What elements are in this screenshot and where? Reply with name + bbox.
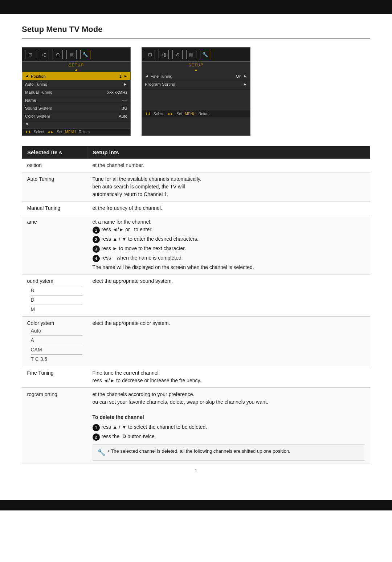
left-row-manualtuning-label: Manual Tuning — [25, 90, 107, 94]
delete-circle-2: 2 — [93, 433, 100, 441]
right-icon-image[interactable]: ⊡ — [145, 50, 155, 59]
name-step3-text: ress ► to move to the next character. — [102, 245, 186, 252]
left-row-colorsystem-label: Color System — [25, 114, 119, 118]
table-row-autotuning: Auto Tuning Tune for all the available c… — [22, 172, 370, 201]
delete-note: 🔧 • The selected channel is deleted, all… — [93, 444, 365, 461]
table-row-programsorting: rogram orting et the channels according … — [22, 388, 370, 464]
soundsystem-options: B D M — [31, 286, 82, 313]
right-bottom-set: Set — [177, 112, 182, 116]
right-bottom-updown: ⬆⬇ — [145, 112, 151, 116]
right-icon-clock[interactable]: ⊙ — [172, 50, 183, 59]
left-icon-clock[interactable]: ⊙ — [53, 50, 63, 59]
left-setup-arrow: ▲ — [22, 68, 130, 72]
item-name: ame — [22, 215, 87, 274]
desc-autotuning: Tune for all the available channels auto… — [87, 172, 370, 201]
left-row-autotuning[interactable]: Auto Tuning ► — [22, 80, 130, 88]
step-circle-3: 3 — [93, 245, 100, 253]
name-step2: 2 ress ▲ / ▼ to enter the desired charac… — [93, 235, 365, 243]
left-row-autotuning-label: Auto Tuning — [25, 82, 123, 86]
step-circle-2: 2 — [93, 236, 100, 243]
left-row-soundsystem-value: BG — [121, 106, 127, 110]
desc-colorsystem: elect the appropriate color system. — [87, 317, 370, 366]
delete-step1-text: ress ▲ / ▼ to select the channel to be d… — [102, 423, 207, 431]
right-row-programsorting[interactable]: Program Sorting ► — [142, 80, 250, 88]
right-arrow-position: ► — [124, 74, 127, 78]
right-bottom-menu: MENU — [185, 112, 196, 116]
left-row-manualtuning[interactable]: Manual Tuning xxx.xxMHz — [22, 88, 130, 96]
page-number: 1 — [22, 464, 370, 475]
desc-finetuning: Fine tune the current channel. ress ◄/► … — [87, 366, 370, 388]
left-menu-icons-row: ⊡ ◁) ⊙ ▤ 🔧 — [22, 48, 130, 62]
right-icon-text[interactable]: ▤ — [186, 50, 196, 59]
right-finetuning-left-arrow: ◄ — [145, 74, 148, 78]
item-colorsystem: Color ystem Auto A CAM T C 3.5 — [22, 317, 87, 366]
left-bottom-select: Select — [34, 130, 44, 134]
left-icon-text[interactable]: ▤ — [66, 50, 77, 59]
colorsystem-options: Auto A CAM T C 3.5 — [31, 327, 82, 363]
right-setup-arrow: ▲ — [142, 68, 250, 72]
right-finetuning-right-arrow: ► — [244, 74, 247, 78]
table-row-position: osition et the channel number. — [22, 159, 370, 172]
name-step4: 4 ress when the name is completed. — [93, 254, 365, 262]
desc-name: et a name for the channel. 1 ress ◄/► or… — [87, 215, 370, 274]
page-content: Setup Menu TV Mode ⊡ ◁) ⊙ ▤ 🔧 SETUP ▲ ◄ … — [0, 14, 392, 489]
left-icon-sound[interactable]: ◁) — [39, 50, 49, 59]
desc-soundsystem: elect the appropriate sound system. — [87, 274, 370, 317]
page-title: Setup Menu TV Mode — [22, 25, 370, 38]
col1-header: Selected Ite s — [22, 146, 87, 159]
left-row-down-arrow: ▼ — [25, 122, 127, 126]
step-circle-4: 4 — [93, 255, 100, 262]
item-manualtuning: Manual Tuning — [22, 201, 87, 215]
item-finetuning: Fine Tuning — [22, 366, 87, 388]
name-step1-text: ress ◄/► or to enter. — [102, 226, 153, 233]
right-menu-panel: ⊡ ◁) ⊙ ▤ 🔧 SETUP ▲ ◄ Fine Tuning On ► Pr… — [142, 47, 250, 136]
left-row-colorsystem[interactable]: Color System Auto — [22, 112, 130, 120]
bottom-bar — [0, 500, 392, 510]
left-row-down: ▼ — [22, 120, 130, 128]
left-arrow-position: ◄ — [25, 74, 29, 78]
left-menu-bottom: ⬆⬇ Select ◄► Set MENU Return — [22, 128, 130, 135]
right-icon-sound[interactable]: ◁) — [159, 50, 169, 59]
table-row-manualtuning: Manual Tuning et the fre uency of the ch… — [22, 201, 370, 215]
left-row-name[interactable]: Name ---- — [22, 96, 130, 104]
name-step1: 1 ress ◄/► or to enter. — [93, 226, 365, 234]
name-step3: 3 ress ► to move to the next character. — [93, 245, 365, 253]
right-row-finetuning-label: Fine Tuning — [151, 74, 236, 78]
name-step4-text: ress when the name is completed. — [102, 254, 183, 262]
delete-step2: 2 ress the D button twice. — [93, 433, 365, 441]
desc-position: et the channel number. — [87, 159, 370, 172]
right-icon-setup[interactable]: 🔧 — [200, 50, 210, 59]
left-row-position-value: 1 — [119, 74, 122, 78]
left-icon-image[interactable]: ⊡ — [25, 50, 35, 59]
name-step2-text: ress ▲ / ▼ to enter the desired characte… — [102, 235, 199, 243]
left-row-name-value: ---- — [122, 98, 127, 102]
right-row-finetuning[interactable]: ◄ Fine Tuning On ► — [142, 72, 250, 80]
left-row-colorsystem-value: Auto — [119, 114, 127, 118]
note-icon: 🔧 — [97, 448, 105, 457]
delete-circle-1: 1 — [93, 424, 100, 431]
right-row-programsorting-label: Program Sorting — [145, 82, 243, 86]
col2-header: Setup ints — [87, 146, 370, 159]
delete-step2-text: ress the D button twice. — [102, 433, 156, 440]
left-bottom-return: Return — [79, 130, 90, 134]
left-row-autotuning-arrow: ► — [123, 82, 127, 86]
right-setup-label: SETUP — [142, 62, 250, 68]
left-row-soundsystem-label: Sound System — [25, 106, 121, 110]
item-soundsystem: ound ystem B D M — [22, 274, 87, 317]
right-menu-bottom: ⬆⬇ Select ◄► Set MENU Return — [142, 110, 250, 117]
left-row-manualtuning-value: xxx.xxMHz — [107, 90, 127, 94]
left-row-position-label: Position — [31, 74, 119, 78]
left-row-name-label: Name — [25, 98, 122, 102]
step-circle-1: 1 — [93, 227, 100, 234]
table-row-colorsystem: Color ystem Auto A CAM T C 3.5 elect the… — [22, 317, 370, 366]
desc-programsorting: et the channels according to your prefer… — [87, 388, 370, 464]
desc-manualtuning: et the fre uency of the channel. — [87, 201, 370, 215]
left-row-position[interactable]: ◄ Position 1 ► — [22, 72, 130, 80]
left-row-soundsystem[interactable]: Sound System BG — [22, 104, 130, 112]
info-table: Selected Ite s Setup ints osition et the… — [22, 146, 370, 464]
table-row-finetuning: Fine Tuning Fine tune the current channe… — [22, 366, 370, 388]
menu-panels: ⊡ ◁) ⊙ ▤ 🔧 SETUP ▲ ◄ Position 1 ► Auto T… — [22, 47, 370, 136]
right-row-finetuning-value: On — [236, 74, 241, 78]
delete-step1: 1 ress ▲ / ▼ to select the channel to be… — [93, 423, 365, 431]
left-icon-setup[interactable]: 🔧 — [80, 50, 90, 59]
